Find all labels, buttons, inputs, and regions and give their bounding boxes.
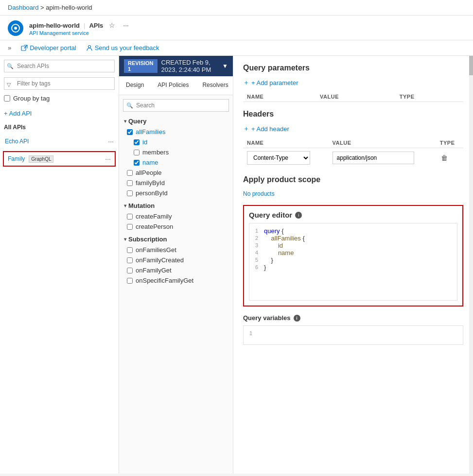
label-allPeople[interactable]: allPeople <box>136 169 162 176</box>
api-item-family-name: Family <box>8 155 25 162</box>
right-scrollbar[interactable] <box>469 56 473 474</box>
checkbox-onFamilyCreated[interactable] <box>127 257 133 263</box>
label-onFamilyCreated[interactable]: onFamilyCreated <box>136 256 184 264</box>
ops-item-onFamiliesGet[interactable]: onFamiliesGet <box>123 245 229 255</box>
label-onFamiliesGet[interactable]: onFamiliesGet <box>136 246 176 254</box>
breadcrumb-dashboard[interactable]: Dashboard <box>8 4 39 11</box>
svg-rect-2 <box>21 46 26 51</box>
checkbox-name[interactable] <box>134 160 140 166</box>
label-createFamily[interactable]: createFamily <box>136 213 172 220</box>
code-line-1: 1 query { <box>249 227 457 235</box>
add-api-button[interactable]: + Add API <box>0 106 119 121</box>
main-container: 🔍 ▽ Group by tag + Add API All APIs Echo… <box>0 56 473 474</box>
ops-group-query-header[interactable]: ▾ Query <box>123 116 229 127</box>
add-parameter-button[interactable]: ＋ + Add parameter <box>243 78 298 87</box>
feedback-link[interactable]: Send us your feedback <box>86 44 159 51</box>
checkbox-createPerson[interactable] <box>127 224 133 230</box>
checkbox-allPeople[interactable] <box>127 170 133 176</box>
right-panel-content: Query parameters ＋ + Add parameter NAME … <box>233 56 473 353</box>
developer-portal-link[interactable]: Developer portal <box>21 44 76 51</box>
ops-item-onSpecificFamilyGet[interactable]: onSpecificFamilyGet <box>123 275 229 286</box>
ops-item-createPerson[interactable]: createPerson <box>123 221 229 232</box>
ops-group-subscription-header[interactable]: ▾ Subscription <box>123 234 229 245</box>
label-onFamilyGet[interactable]: onFamilyGet <box>136 267 172 274</box>
query-editor-section: Query editor i 1 query { 2 allFamilies {… <box>243 205 463 306</box>
ops-item-allFamilies[interactable]: allFamilies <box>123 127 229 137</box>
params-col-type: TYPE <box>396 92 463 102</box>
page-icon <box>8 20 23 36</box>
more-options-button[interactable]: ··· <box>121 20 131 30</box>
favorite-button[interactable]: ☆ <box>107 20 117 30</box>
checkbox-familyById[interactable] <box>127 180 133 186</box>
code-line-4: 4 name <box>249 249 457 256</box>
headers-title: Headers <box>243 110 463 119</box>
breadcrumb-separator: > <box>40 4 46 11</box>
tab-resolvers[interactable]: Resolvers <box>195 76 233 95</box>
api-item-echo-name: Echo API <box>5 138 29 145</box>
query-vars-info-icon: i <box>294 315 300 322</box>
header-value-input[interactable] <box>333 152 414 164</box>
right-scrollbar-thumb[interactable] <box>469 56 473 75</box>
ops-item-familyById[interactable]: familyById <box>123 178 229 188</box>
headers-table: NAME VALUE TYPE Content-Type <box>243 138 463 168</box>
query-params-table: NAME VALUE TYPE <box>243 92 463 102</box>
label-allFamilies[interactable]: allFamilies <box>136 128 165 136</box>
query-variables-editor[interactable]: 1 <box>243 325 463 345</box>
checkbox-createFamily[interactable] <box>127 214 133 220</box>
line-num-6: 6 <box>249 264 264 271</box>
product-scope-title: Apply product scope <box>243 175 463 184</box>
group-by-tag-label[interactable]: Group by tag <box>13 95 50 102</box>
checkbox-onFamiliesGet[interactable] <box>127 247 133 253</box>
ops-item-members[interactable]: members <box>123 147 229 157</box>
add-header-button[interactable]: ＋ + Add header <box>243 124 289 133</box>
expand-sidebar-button[interactable]: » <box>8 44 11 51</box>
api-item-family-tag: GraphQL <box>29 155 53 163</box>
tab-design[interactable]: Design <box>119 76 151 95</box>
api-item-family[interactable]: Family GraphQL ··· <box>3 151 116 167</box>
revision-badge: REVISION 1 <box>124 59 158 73</box>
ops-item-onFamilyGet[interactable]: onFamilyGet <box>123 265 229 275</box>
ops-item-name[interactable]: name <box>123 157 229 168</box>
api-item-echo-more[interactable]: ··· <box>108 137 114 145</box>
group-by-tag-checkbox[interactable] <box>4 95 10 102</box>
ops-item-allPeople[interactable]: allPeople <box>123 168 229 178</box>
page-subtitle: API Management service <box>29 30 131 36</box>
ops-item-id[interactable]: id <box>123 137 229 147</box>
label-name[interactable]: name <box>142 159 158 166</box>
api-item-echo[interactable]: Echo API ··· <box>0 134 119 149</box>
checkbox-members[interactable] <box>134 150 140 155</box>
vars-line-num-1: 1 <box>244 330 258 336</box>
label-createPerson[interactable]: createPerson <box>136 223 173 230</box>
page-title-divider: | <box>84 22 85 29</box>
checkbox-personById[interactable] <box>127 190 133 196</box>
label-onSpecificFamilyGet[interactable]: onSpecificFamilyGet <box>136 277 193 284</box>
ops-group-mutation-header[interactable]: ▾ Mutation <box>123 200 229 211</box>
headers-col-type: TYPE <box>436 138 463 148</box>
label-familyById[interactable]: familyById <box>136 179 165 187</box>
label-id[interactable]: id <box>142 138 147 146</box>
page-header: apim-hello-world | APIs ☆ ··· API Manage… <box>0 16 473 40</box>
checkbox-onFamilyGet[interactable] <box>127 268 133 273</box>
header-name-select[interactable]: Content-Type <box>247 151 310 165</box>
operations-search-input[interactable] <box>123 99 229 112</box>
filter-by-tags-input[interactable] <box>4 77 115 90</box>
query-editor-code[interactable]: 1 query { 2 allFamilies { 3 id 4 <box>249 223 457 301</box>
sidebar-search-section: 🔍 <box>0 56 119 76</box>
header-delete-button[interactable]: 🗑 <box>440 153 449 163</box>
svg-point-3 <box>88 45 90 48</box>
revision-date: CREATED Feb 9, 2023, 2:24:40 PM <box>161 59 219 73</box>
search-apis-input[interactable] <box>4 60 115 72</box>
ops-item-onFamilyCreated[interactable]: onFamilyCreated <box>123 255 229 265</box>
ops-item-createFamily[interactable]: createFamily <box>123 211 229 221</box>
checkbox-onSpecificFamilyGet[interactable] <box>127 278 133 284</box>
ops-item-personById[interactable]: personById <box>123 188 229 198</box>
tab-api-policies[interactable]: API Policies <box>151 76 195 95</box>
plus-icon: ＋ <box>243 124 249 133</box>
checkbox-allFamilies[interactable] <box>127 129 133 135</box>
label-members[interactable]: members <box>142 149 169 156</box>
code-line-5: 5 } <box>249 256 457 264</box>
label-personById[interactable]: personById <box>136 189 168 197</box>
api-item-family-more[interactable]: ··· <box>105 155 111 163</box>
revision-dropdown-button[interactable]: ▼ <box>222 63 228 69</box>
checkbox-id[interactable] <box>134 139 140 145</box>
